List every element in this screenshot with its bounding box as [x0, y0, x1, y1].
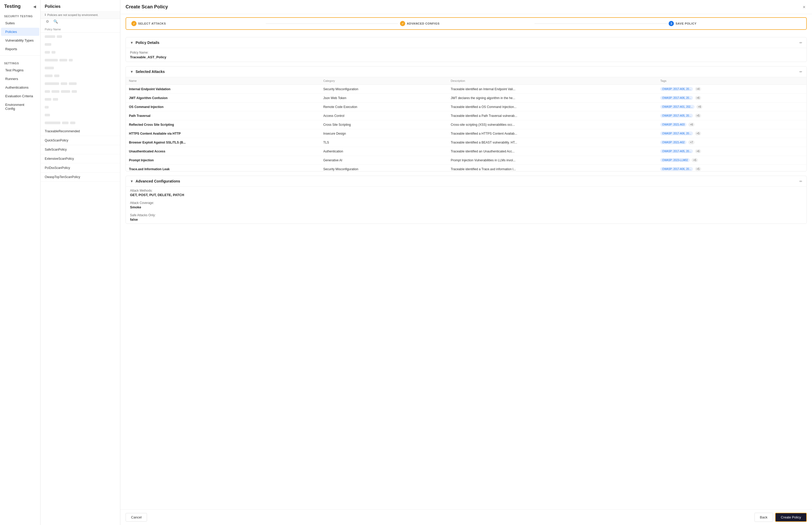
modal-content: ▼ Policy Details ✏ Policy Name: Traceabl…	[120, 33, 812, 509]
middle-title: Policies	[45, 4, 60, 9]
list-item[interactable]	[41, 119, 120, 127]
attack-category-cell: Generative AI	[320, 156, 447, 165]
selected-attacks-title: ▼ Selected Attacks	[130, 70, 165, 74]
sidebar-title-area: Testing ◀	[0, 0, 40, 13]
table-row: Path Traversal Access Control Traceable …	[126, 111, 807, 120]
step-3-label: SAVE POLICY	[676, 22, 696, 25]
attack-description-cell: Traceable identified a OS Command Inject…	[447, 103, 657, 111]
sidebar-item-environment-config[interactable]: Environment Config	[1, 101, 39, 113]
sidebar-item-reports[interactable]: Reports	[1, 45, 39, 53]
sidebar-item-vulnerability-types[interactable]: Vulnerability Types	[1, 36, 39, 44]
list-item[interactable]	[41, 41, 120, 48]
attack-category-cell: Authentication	[320, 147, 447, 156]
policy-name-row: Policy Name: Traceable_AST_Policy	[126, 48, 807, 62]
create-policy-button[interactable]: Create Policy	[775, 513, 807, 522]
table-row: Browser Exploit Against SSL/TLS (B... TL…	[126, 138, 807, 147]
list-item[interactable]	[41, 103, 120, 111]
sidebar-item-test-plugins[interactable]: Test Plugins	[1, 66, 39, 74]
settings-section-label: SETTINGS	[0, 58, 40, 66]
policy-details-edit-btn[interactable]: ✏	[799, 41, 802, 45]
sidebar-item-runners[interactable]: Runners	[1, 75, 39, 83]
list-item[interactable]: PciDssScanPolicy	[41, 163, 120, 172]
selected-attacks-collapse-btn[interactable]: ▼	[130, 70, 133, 74]
table-row: JWT Algorithm Confusion Json Web Token J…	[126, 94, 807, 103]
advanced-configs-card: ▼ Advanced Configurations ✏ Attack Metho…	[126, 176, 807, 224]
selected-attacks-card: ▼ Selected Attacks ✏ Name Category Descr…	[126, 66, 807, 171]
selected-attacks-edit-btn[interactable]: ✏	[799, 70, 802, 74]
config-row: Attack Coverage: Smoke	[126, 199, 807, 211]
advanced-configs-content: Attack Methods: GET, POST, PUT, DELETE, …	[126, 187, 807, 224]
create-scan-policy-panel: Create Scan Policy ✕ ✓ SELECT ATTACKS ✓ …	[120, 0, 812, 525]
back-button[interactable]: Back	[754, 513, 773, 522]
modal-close-button[interactable]: ✕	[801, 4, 807, 10]
config-label: Attack Coverage:	[130, 201, 802, 205]
search-button[interactable]: 🔍	[52, 19, 59, 24]
tag-badge: OWASP: 2017-A06, 20...	[660, 87, 693, 91]
list-item[interactable]	[41, 95, 120, 103]
list-item[interactable]: SafeScanPolicy	[41, 145, 120, 154]
tag-more: +4	[695, 87, 701, 91]
list-item[interactable]	[41, 64, 120, 72]
config-row: Attack Methods: GET, POST, PUT, DELETE, …	[126, 187, 807, 199]
sidebar-item-policies[interactable]: Policies	[1, 28, 39, 36]
list-item[interactable]: ExtensiveScanPolicy	[41, 154, 120, 163]
policy-list-header: Policy Name	[41, 26, 120, 33]
attack-category-cell: Remote Code Execution	[320, 103, 447, 111]
info-icon: ℹ	[45, 13, 46, 16]
attack-name-cell: Trace.axd Information Leak	[126, 165, 320, 171]
list-item[interactable]	[41, 56, 120, 64]
list-item[interactable]	[41, 48, 120, 56]
col-category: Category	[320, 77, 447, 85]
sidebar-item-suites[interactable]: Suites	[1, 19, 39, 27]
policy-list: TraceableRecommended QuickScanPolicy Saf…	[41, 33, 120, 525]
table-row: Internal Endpoint Validation Security Mi…	[126, 85, 807, 94]
tag-badge: OWASP: 2017-A06, 20...	[660, 96, 693, 100]
modal-footer: Cancel Back Create Policy	[120, 509, 812, 525]
advanced-configs-collapse-btn[interactable]: ▼	[130, 179, 133, 183]
policy-details-card: ▼ Policy Details ✏ Policy Name: Traceabl…	[126, 37, 807, 62]
policy-details-title: ▼ Policy Details	[130, 41, 159, 45]
attack-description-cell: Traceable identified a Trace.axd informa…	[447, 165, 657, 171]
sidebar-collapse-button[interactable]: ◀	[33, 4, 36, 9]
config-value: Smoke	[130, 205, 802, 209]
list-item[interactable]: OwaspTopTenScanPolicy	[41, 172, 120, 182]
list-item[interactable]	[41, 111, 120, 119]
attack-category-cell: Access Control	[320, 111, 447, 120]
attack-category-cell: TLS	[320, 138, 447, 147]
list-item[interactable]	[41, 72, 120, 80]
advanced-configs-title: ▼ Advanced Configurations	[130, 179, 180, 183]
cancel-button[interactable]: Cancel	[126, 513, 147, 522]
middle-toolbar: ⚙ 🔍	[41, 19, 120, 26]
list-item[interactable]: QuickScanPolicy	[41, 136, 120, 145]
config-label: Safe Attacks Only:	[130, 213, 802, 217]
list-item[interactable]	[41, 80, 120, 88]
policy-name-label: Policy Name:	[130, 51, 802, 55]
tag-more: +6	[696, 105, 703, 109]
step-advanced-configs: ✓ ADVANCED CONFIGS	[400, 21, 532, 26]
sidebar-item-authentications[interactable]: Authentications	[1, 84, 39, 91]
step-1-icon: ✓	[131, 21, 136, 26]
step-2-label: ADVANCED CONFIGS	[407, 22, 440, 25]
config-value: GET, POST, PUT, DELETE, PATCH	[130, 193, 802, 197]
attack-name-cell: Internal Endpoint Validation	[126, 85, 320, 94]
col-tags: Tags	[657, 77, 807, 85]
advanced-configs-edit-btn[interactable]: ✏	[799, 179, 802, 183]
tag-badge: OWASP: 2017-A06, 20...	[660, 167, 693, 171]
list-item[interactable]	[41, 88, 120, 95]
tag-more: +6	[688, 123, 694, 126]
sidebar-item-evaluation-criteria[interactable]: Evaluation Criteria	[1, 92, 39, 100]
filter-button[interactable]: ⚙	[45, 19, 50, 24]
list-item[interactable]: TraceableRecommended	[41, 127, 120, 136]
tag-more: +5	[695, 132, 701, 135]
policy-details-header: ▼ Policy Details ✏	[126, 38, 807, 48]
attack-name-cell: Prompt Injection	[126, 156, 320, 165]
tag-badge: OWASP: 2017-A05, 20...	[660, 114, 693, 118]
attack-tags-cell: OWASP: 2021-A02 +7	[657, 138, 807, 147]
attack-category-cell: Insecure Design	[320, 129, 447, 138]
attack-description-cell: Traceable identified a BEAST vulnerabili…	[447, 138, 657, 147]
list-item[interactable]	[41, 33, 120, 41]
attack-category-cell: Security Misconfiguration	[320, 85, 447, 94]
step-3-icon: 3	[669, 21, 674, 26]
policy-details-collapse-btn[interactable]: ▼	[130, 41, 133, 45]
attack-description-cell: Prompt Injection Vulnerabilities in LLMs…	[447, 156, 657, 165]
